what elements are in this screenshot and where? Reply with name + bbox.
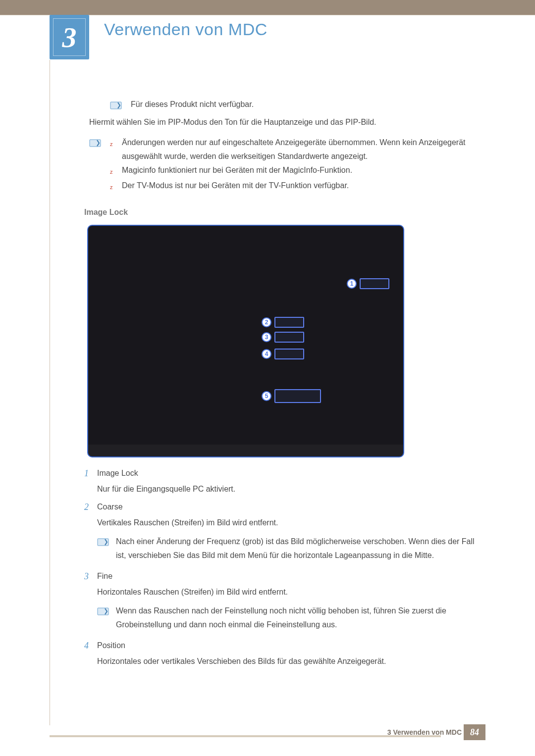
item-number: 1 — [84, 466, 97, 496]
footer-label: 3 Verwenden von MDC — [387, 728, 462, 736]
sub-note: Wenn das Rauschen nach der Feinstellung … — [97, 604, 481, 632]
left-vertical-rule — [50, 60, 50, 725]
callout-number: 4 — [262, 349, 271, 359]
item-number: 4 — [84, 639, 97, 668]
list-item: 3 Fine Horizontales Rauschen (Streifen) … — [84, 569, 481, 635]
list-item: 1 Image Lock Nur für die Eingangsquelle … — [84, 466, 481, 496]
body-content: Für dieses Produkt nicht verfügbar. Hier… — [89, 98, 481, 672]
callout-box — [274, 317, 304, 328]
note-icon — [89, 137, 101, 149]
item-number: 2 — [84, 500, 97, 565]
callout-number: 5 — [262, 391, 271, 401]
header-bar — [0, 0, 535, 15]
note-text: Für dieses Produkt nicht verfügbar. — [131, 98, 254, 111]
callout-box — [360, 278, 389, 289]
z-text: Der TV-Modus ist nur bei Geräten mit der… — [122, 179, 349, 194]
spacer — [89, 98, 101, 111]
list-item: 2 Coarse Vertikales Rauschen (Streifen) … — [84, 500, 481, 565]
note-row: Für dieses Produkt nicht verfügbar. — [89, 98, 481, 111]
callout-3: 3 — [262, 332, 304, 343]
page: 3 Verwenden von MDC Für dieses Produkt n… — [0, 0, 535, 756]
z-item: zÄnderungen werden nur auf eingeschaltet… — [110, 136, 481, 163]
footer-page-number: 84 — [464, 724, 485, 740]
callout-number: 3 — [262, 332, 271, 342]
chapter-number: 3 — [53, 18, 86, 56]
section-heading: Image Lock — [84, 208, 481, 217]
item-body: Coarse Vertikales Rauschen (Streifen) im… — [97, 500, 481, 565]
item-title: Position — [97, 641, 125, 650]
screenshot: 1 2 3 4 5 — [87, 225, 404, 457]
screenshot-bottom-bar — [88, 445, 403, 456]
item-body: Image Lock Nur für die Eingangsquelle PC… — [97, 466, 481, 496]
callout-4: 4 — [262, 349, 304, 359]
footer-rule — [50, 735, 441, 737]
z-text: Magicinfo funktioniert nur bei Geräten m… — [122, 163, 352, 179]
item-desc: Horizontales oder vertikales Verschieben… — [97, 655, 481, 668]
callout-box — [274, 332, 304, 343]
item-number: 3 — [84, 569, 97, 635]
item-desc: Vertikales Rauschen (Streifen) im Bild w… — [97, 516, 481, 530]
z-item: zMagicinfo funktioniert nur bei Geräten … — [110, 163, 481, 179]
callout-number: 2 — [262, 317, 271, 327]
note-icon — [97, 536, 109, 548]
footer: 3 Verwenden von MDC 84 — [50, 722, 485, 737]
bullet-icon: z — [110, 163, 122, 179]
item-body: Fine Horizontales Rauschen (Streifen) im… — [97, 569, 481, 635]
callout-box — [274, 389, 321, 403]
page-title: Verwenden von MDC — [104, 20, 268, 39]
note-icon — [97, 605, 109, 617]
item-desc: Nur für die Eingangsquelle PC aktiviert. — [97, 482, 481, 496]
z-text: Änderungen werden nur auf eingeschaltete… — [122, 136, 481, 163]
bullet-icon: z — [110, 136, 122, 163]
callout-1: 1 — [347, 278, 389, 289]
callout-5: 5 — [262, 389, 321, 403]
callout-2: 2 — [262, 317, 304, 328]
sub-note: Nach einer Änderung der Frequenz (grob) … — [97, 535, 481, 562]
z-item: zDer TV-Modus ist nur bei Geräten mit de… — [110, 179, 481, 194]
list-item: 4 Position Horizontales oder vertikales … — [84, 639, 481, 668]
chapter-badge: 3 — [50, 15, 89, 59]
item-body: Position Horizontales oder vertikales Ve… — [97, 639, 481, 668]
item-title: Coarse — [97, 503, 123, 511]
notes-block: zÄnderungen werden nur auf eingeschaltet… — [89, 136, 481, 194]
item-title: Fine — [97, 572, 112, 580]
callout-number: 1 — [347, 279, 357, 289]
numbered-list: 1 Image Lock Nur für die Eingangsquelle … — [84, 466, 481, 668]
sub-note-text: Nach einer Änderung der Frequenz (grob) … — [116, 535, 481, 562]
sub-note-text: Wenn das Rauschen nach der Feinstellung … — [116, 604, 481, 632]
intro-text: Hiermit wählen Sie im PIP-Modus den Ton … — [89, 116, 481, 129]
callout-box — [274, 349, 304, 359]
item-desc: Horizontales Rauschen (Streifen) im Bild… — [97, 585, 481, 599]
note-icon — [110, 99, 122, 111]
z-list: zÄnderungen werden nur auf eingeschaltet… — [110, 136, 481, 194]
bullet-icon: z — [110, 179, 122, 194]
item-title: Image Lock — [97, 469, 138, 477]
